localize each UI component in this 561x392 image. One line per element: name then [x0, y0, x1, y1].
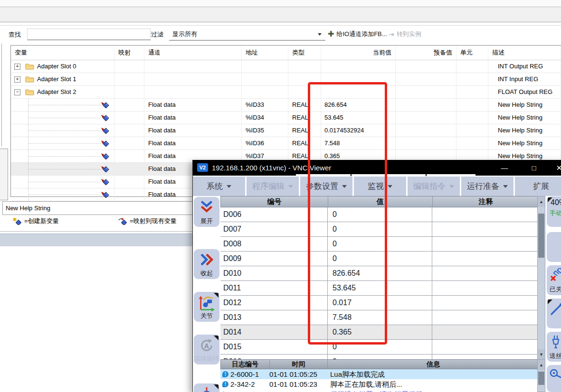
log-message-cell: Lua脚本加载完成 — [327, 369, 540, 379]
sidebar-button-partial[interactable] — [194, 383, 219, 392]
right-button-40%[interactable]: 40%手动 — [547, 196, 561, 227]
log-scrollbar[interactable]: ▲ — [537, 359, 545, 392]
table-row[interactable]: Float data%ID36REAL7.548New Help String — [11, 137, 561, 150]
create-variable-icon — [12, 217, 21, 225]
right-button-slot3[interactable] — [547, 299, 561, 328]
sidebar-button-label: 连续循环 — [194, 355, 219, 363]
sidebar-button-展开[interactable]: 展开 — [194, 197, 219, 227]
registers-scrollbar[interactable]: ▲ ▼ — [537, 196, 545, 359]
right-button-已关[interactable]: 已关 — [547, 265, 561, 295]
prepared-value-cell[interactable] — [396, 60, 456, 73]
table-row[interactable]: +Adapter Slot 0INT Output REG — [11, 60, 561, 73]
add-fb-button[interactable]: ✚ 给IO通道添加FB... — [328, 28, 387, 41]
register-comment-cell[interactable] — [432, 325, 540, 339]
unit-cell — [456, 137, 488, 149]
scroll-up-icon[interactable]: ▲ — [538, 196, 545, 207]
menu-item-label: 编辑指令 — [413, 181, 446, 192]
table-row[interactable]: Float data%ID33REAL826.654New Help Strin… — [11, 99, 561, 112]
annotation-highlight-rectangle — [308, 82, 387, 345]
variable-cell — [11, 188, 114, 201]
log-row[interactable]: !2-6000-101-01 01:05:25Lua脚本加载完成 — [220, 369, 540, 379]
search-input[interactable] — [27, 28, 151, 40]
prepared-value-cell[interactable] — [396, 112, 456, 124]
address-cell — [242, 86, 288, 98]
menu-item-运行准备[interactable]: 运行准备 — [461, 177, 513, 196]
table-row[interactable]: Float data%ID35REAL0.0174532924New Help … — [11, 124, 561, 137]
goto-instance-button[interactable]: ⇥ 转到实例 — [389, 28, 421, 41]
column-header: 变量 — [11, 46, 114, 60]
register-comment-cell[interactable] — [432, 296, 540, 310]
log-code: 2-6000-1 — [230, 369, 259, 379]
prepared-value-cell[interactable] — [396, 73, 456, 85]
register-comment-cell[interactable] — [432, 266, 540, 280]
channel-cell: Float data — [144, 99, 242, 111]
sidebar-button-连续循环[interactable]: A连续循环 — [194, 335, 219, 364]
variables-table-header: 变量映射通道地址类型当前值预备值单元描述 — [11, 46, 561, 60]
menu-item-程序编辑[interactable]: 程序编辑 — [247, 177, 299, 196]
prepared-value-cell[interactable] — [396, 86, 456, 98]
scroll-up-icon[interactable]: ▲ — [538, 360, 545, 370]
sidebar-button-关节[interactable]: 关节 — [194, 292, 219, 322]
prepared-value-cell[interactable] — [396, 124, 456, 137]
filter-dropdown[interactable]: 显示所有 — [169, 28, 325, 41]
right-button-slot1[interactable] — [547, 232, 561, 262]
legend-label: =创建新变量 — [24, 217, 59, 225]
right-button-slot5[interactable] — [547, 365, 561, 392]
toolbar-band — [0, 7, 561, 22]
folder-icon — [25, 76, 34, 83]
menu-item-系统[interactable]: 系统 — [193, 177, 245, 196]
sidebar-button-收起[interactable]: 收起 — [194, 249, 219, 279]
mapping-cell — [114, 60, 144, 73]
register-comment-cell[interactable] — [432, 222, 540, 236]
maximize-button[interactable]: □ — [526, 160, 542, 176]
mapping-legend: =创建新变量=映射到现有变量 — [0, 217, 192, 228]
log-time-cell: 01-01 00:22:23 — [269, 389, 327, 392]
partial-tool-icon — [199, 387, 214, 392]
log-row[interactable]: !2-342-201-01 01:05:23脚本正在加载,请稍后... — [220, 379, 540, 389]
mapping-cell — [114, 99, 144, 111]
current-value-cell[interactable] — [321, 60, 396, 73]
table-row[interactable]: Float data%ID34REAL53.645New Help String — [11, 112, 561, 124]
collapsed-side-panel[interactable] — [0, 149, 8, 200]
button-label: 已关 — [550, 285, 561, 294]
column-header: 通道 — [144, 46, 242, 60]
variable-icon — [101, 140, 109, 147]
icon-wrap — [549, 335, 561, 352]
tree-expander-icon[interactable]: + — [14, 76, 20, 83]
scroll-down-icon[interactable]: ▼ — [538, 349, 545, 360]
close-button[interactable]: ✕ — [551, 160, 561, 176]
log-row[interactable]: 1-926-101-01 00:22:23伺服没有打开，请先打开伺服 — [220, 389, 540, 392]
menu-item-编辑指令[interactable]: 编辑指令 — [408, 177, 460, 196]
mapping-cell — [114, 112, 144, 124]
column-header: 信息 — [328, 360, 539, 369]
table-row[interactable]: −Adapter Slot 2FLOAT Output REG — [11, 86, 561, 99]
register-comment-cell[interactable] — [432, 310, 540, 325]
minimize-button[interactable]: — — [497, 160, 512, 176]
prepared-value-cell[interactable] — [396, 137, 456, 149]
table-row[interactable]: +Adapter Slot 1INT Input REG — [11, 73, 561, 86]
register-comment-cell[interactable] — [432, 252, 540, 266]
register-comment-cell[interactable] — [432, 340, 540, 354]
column-header: 映射 — [114, 46, 144, 60]
menu-item-扩展[interactable]: 扩展 — [515, 177, 561, 196]
tree-line — [29, 169, 101, 169]
register-comment-cell[interactable] — [432, 281, 540, 295]
prepared-value-cell[interactable] — [396, 99, 456, 111]
status-band — [0, 233, 200, 246]
register-comment-cell[interactable] — [432, 237, 540, 251]
right-button-送丝[interactable]: 送丝 — [547, 332, 561, 362]
chevron-down-icon — [388, 185, 392, 188]
address-cell: %ID33 — [242, 99, 288, 111]
scrollbar-thumb[interactable] — [538, 372, 544, 385]
tree-line — [29, 118, 101, 118]
log-table-body: !2-6000-101-01 01:05:25Lua脚本加载完成!2-342-2… — [220, 369, 540, 392]
address-cell: %ID34 — [242, 112, 288, 124]
top-band — [0, 0, 561, 7]
address-cell: %ID35 — [242, 124, 288, 137]
tree-line — [29, 195, 101, 195]
tree-expander-icon[interactable]: − — [14, 89, 20, 95]
type-cell — [288, 60, 321, 73]
scrollbar-thumb[interactable] — [538, 214, 544, 258]
register-comment-cell[interactable] — [432, 207, 540, 222]
tree-expander-icon[interactable]: + — [14, 64, 20, 70]
